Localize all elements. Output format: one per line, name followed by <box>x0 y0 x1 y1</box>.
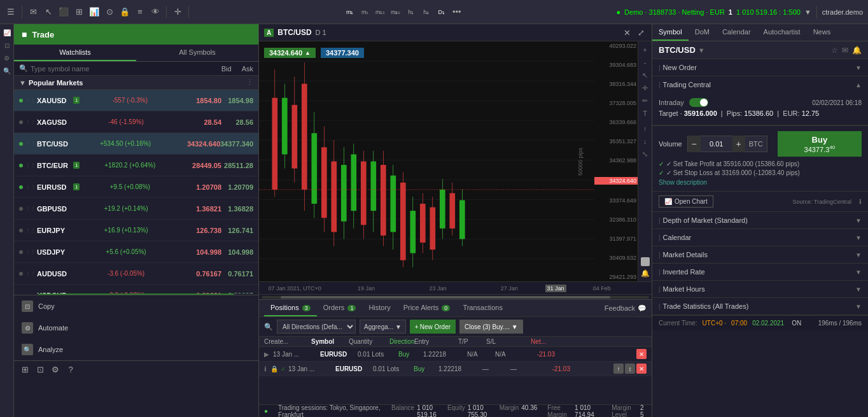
settings-icon[interactable]: ⚙ <box>50 364 61 375</box>
symbol-item-btceur[interactable]: ⋮⋮ BTC/EUR 1 +1820.2 (+0.64%) 28449.05 2… <box>14 155 258 176</box>
calendar-section-header[interactable]: | Calendar ▼ <box>652 229 868 246</box>
m15-btn[interactable]: m₁₅ <box>375 6 386 18</box>
layers-icon[interactable]: ≡ <box>134 6 146 18</box>
tab-news[interactable]: News <box>807 24 837 41</box>
trading-central-header[interactable]: | Trading Central ▲ <box>652 76 868 93</box>
lock-icon[interactable]: 🔒 <box>119 6 130 18</box>
symbol-dropdown-icon[interactable]: ▼ <box>698 46 705 54</box>
expand-icon[interactable]: ▶ <box>264 351 269 358</box>
chart-scrollbar[interactable] <box>259 294 652 299</box>
analyze-icon[interactable]: 🔍 <box>1 65 13 76</box>
cursor-tool-icon[interactable]: ↖ <box>640 69 651 81</box>
collapse-cal-icon[interactable]: ▼ <box>855 234 862 241</box>
trade-statistics-header[interactable]: | Trade Statistics (All Trades) ▼ <box>652 298 868 315</box>
sl-checkbox[interactable]: ✓ <box>659 169 664 176</box>
automate-icon[interactable]: ⚙ <box>1 52 13 64</box>
draw-icon[interactable]: ✏ <box>640 95 651 106</box>
tab-price-alerts[interactable]: Price Alerts 0 <box>397 300 457 316</box>
copy-icon[interactable]: ⊡ <box>1 39 13 51</box>
search-input[interactable] <box>31 65 221 73</box>
chart-timeframe[interactable]: D 1 <box>316 29 326 36</box>
m30-btn[interactable]: m₃₀ <box>390 6 402 18</box>
tab-calendar[interactable]: Calendar <box>716 24 757 41</box>
down-arrow-icon[interactable]: ↓ <box>640 136 651 147</box>
color-picker-icon[interactable] <box>641 257 650 266</box>
nav-item-copy[interactable]: ⊡ Copy <box>14 295 258 317</box>
tc-toggle[interactable] <box>689 98 708 107</box>
symbol-item-audusd[interactable]: ⋮⋮ AUDUSD -3.6 (-0.05%) 0.76167 0.76171 <box>14 263 258 285</box>
symbol-item-eurusd[interactable]: ⋮⋮ EURUSD 1 +9.5 (+0.08%) 1.20708 1.2070… <box>14 176 258 198</box>
feedback-button[interactable]: Feedback 💬 <box>605 304 647 313</box>
nav-item-analyze[interactable]: 🔍 Analyze <box>14 339 258 360</box>
dropdown-icon[interactable]: ▼ <box>804 8 811 16</box>
symbol-item-usdjpy[interactable]: ⋮⋮ USDJPY +5.6 (+0.05%) 104.998 104.998 <box>14 241 258 263</box>
m5-btn[interactable]: m₅ <box>360 6 371 18</box>
h1-btn[interactable]: h₁ <box>405 6 417 18</box>
close-chart-icon[interactable]: ✕ <box>621 27 633 38</box>
info-icon-3[interactable]: ℹ <box>859 198 862 205</box>
monitor-icon[interactable]: ⬛ <box>58 6 69 18</box>
aggregation-button[interactable]: Aggrega... ▼ <box>360 320 406 334</box>
chart-symbol[interactable]: BTC/USD <box>277 28 311 37</box>
symbol-item-btcusd[interactable]: ⋮⋮ BTC/USD +534.50 (+0.16%) 34324.640 34… <box>14 133 258 155</box>
chart-view-icon[interactable]: 📈 <box>1 27 13 38</box>
symbol-item-gbpusd[interactable]: ⋮⋮ GBPUSD +19.2 (+0.14%) 1.36821 1.36828 <box>14 198 258 220</box>
close-row-button-2[interactable]: ✕ <box>636 364 647 374</box>
text-icon[interactable]: T <box>640 108 651 119</box>
volume-input[interactable] <box>701 140 732 148</box>
symbol-item-xagusd[interactable]: ⋮⋮ XAGUSD -46 (-1.59%) 28.54 28.56 <box>14 111 258 133</box>
reverse-button[interactable]: ↕ <box>625 364 635 374</box>
fit-icon[interactable]: ⤡ <box>640 148 651 160</box>
h4-btn[interactable]: h₄ <box>421 6 432 18</box>
close-row-button[interactable]: ✕ <box>636 349 647 359</box>
tab-transactions[interactable]: Transactions <box>456 300 509 316</box>
up-arrow-icon[interactable]: ↑ <box>640 123 651 134</box>
scrollbar-thumb[interactable] <box>281 296 610 299</box>
collapse-tc-icon[interactable]: ▲ <box>855 81 862 88</box>
menu-icon[interactable]: ☰ <box>5 6 17 18</box>
symbol-item-usdchf[interactable]: ⋮⋮ USDCHF -2.3 (-0.02%) 0.89681 0.89685 <box>14 285 258 293</box>
collapse-dom-icon[interactable]: ▼ <box>855 217 862 224</box>
tab-watchlists[interactable]: Watchlists <box>14 45 136 61</box>
eye-icon[interactable]: 👁 <box>150 6 161 18</box>
new-order-header[interactable]: | New Order ▼ <box>652 59 868 76</box>
help-icon[interactable]: ? <box>65 364 76 375</box>
tab-symbol[interactable]: Symbol <box>652 24 689 41</box>
volume-increase-button[interactable]: + <box>732 136 745 152</box>
alert-icon[interactable]: 🔔 <box>640 267 651 279</box>
cursor2-icon[interactable]: ✛ <box>172 6 183 18</box>
more-timeframe-btn[interactable]: ••• <box>451 6 463 18</box>
tab-all-symbols[interactable]: All Symbols <box>136 45 258 61</box>
collapse-ts-icon[interactable]: ▼ <box>855 303 862 310</box>
close-positions-button[interactable]: Close (3) Buy.... ▼ <box>459 320 523 334</box>
inverted-rate-header[interactable]: | Inverted Rate ▼ <box>652 264 868 280</box>
maximize-chart-icon[interactable]: ⤢ <box>635 27 647 38</box>
new-order-button[interactable]: + New Order <box>410 320 456 334</box>
layout-icon[interactable]: ⊞ <box>73 6 85 18</box>
direction-filter[interactable]: All Directions (Defa... <box>277 320 356 334</box>
menu-dots-icon[interactable]: ⋮ <box>246 78 253 87</box>
collapse-md-icon[interactable]: ▼ <box>855 251 862 258</box>
market-details-header[interactable]: | Market Details ▼ <box>652 246 868 263</box>
email-icon[interactable]: ✉ <box>27 6 39 18</box>
crosshair-icon[interactable]: ✛ <box>640 82 651 94</box>
tab-positions[interactable]: Positions 3 <box>264 300 317 316</box>
email-icon-2[interactable]: ✉ <box>842 46 848 55</box>
collapse-new-order-icon[interactable]: ▼ <box>855 64 862 71</box>
profile-icon[interactable]: ⊙ <box>104 6 115 18</box>
collapse-mh-icon[interactable]: ▼ <box>855 286 862 293</box>
duplicate-icon[interactable]: ⊡ <box>34 364 46 375</box>
tp-checkbox[interactable]: ✓ <box>659 160 664 167</box>
show-description-link[interactable]: Show description <box>659 179 707 186</box>
modify-button[interactable]: ↑ <box>613 364 624 374</box>
d1-btn[interactable]: D₁ <box>436 6 447 18</box>
tab-orders[interactable]: Orders 1 <box>317 300 363 316</box>
add-chart-icon[interactable]: ⊞ <box>19 364 31 375</box>
buy-button[interactable]: Buy 34377.340 <box>778 131 862 157</box>
open-chart-button[interactable]: 📈 Open Chart <box>659 195 713 208</box>
info-icon[interactable]: ℹ <box>264 365 267 372</box>
tab-autochartist[interactable]: Autochartist <box>757 24 807 41</box>
tab-dom[interactable]: DoM <box>689 24 716 41</box>
depth-of-market-header[interactable]: | Depth of Market (Standard) ▼ <box>652 212 868 229</box>
m1-btn[interactable]: m₁ <box>344 6 356 18</box>
